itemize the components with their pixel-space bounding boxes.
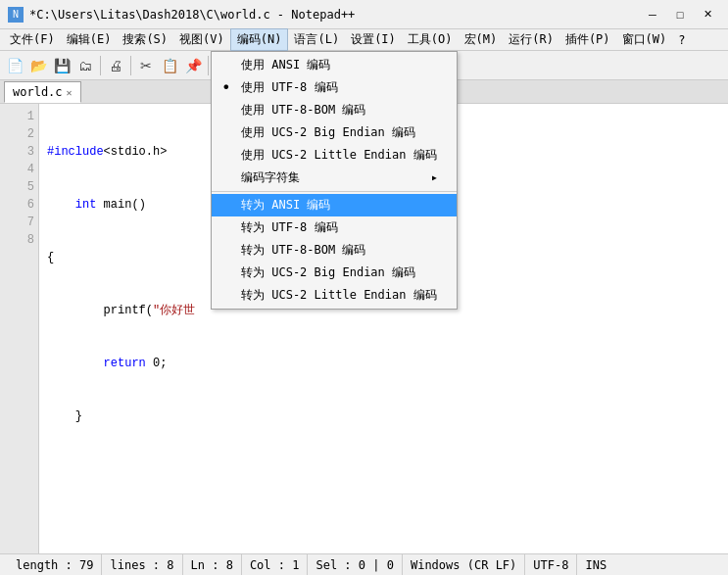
menu-search[interactable]: 搜索(S)	[117, 29, 173, 50]
code-line-6: }	[47, 407, 720, 425]
tab-label: world.c	[13, 85, 63, 99]
paste-button[interactable]: 📌	[182, 55, 204, 76]
dropdown-separator	[212, 191, 457, 192]
line-numbers: 1 2 3 4 5 6 7 8	[0, 104, 39, 553]
line-num-8: 8	[4, 231, 34, 249]
line-num-1: 1	[4, 108, 34, 125]
status-format: UTF-8	[525, 554, 577, 575]
line-num-7: 7	[4, 214, 34, 231]
window-title: *C:\Users\Litas\Dash2018\C\world.c - Not…	[29, 8, 640, 22]
menu-file[interactable]: 文件(F)	[4, 29, 61, 50]
cut-button[interactable]: ✂	[135, 55, 157, 76]
convert-ansi-item[interactable]: 转为 ANSI 编码	[212, 194, 457, 216]
toolbar-sep-3	[208, 56, 209, 75]
app-icon: N	[8, 7, 24, 23]
print-button[interactable]: 🖨	[105, 55, 126, 76]
status-ln: Ln : 8	[183, 554, 242, 575]
dropdown-menu: 使用 ANSI 编码 使用 UTF-8 编码 使用 UTF-8-BOM 编码 使…	[211, 51, 458, 310]
use-ucs2-little-item[interactable]: 使用 UCS-2 Little Endian 编码	[212, 144, 457, 167]
charset-item[interactable]: 编码字符集	[212, 167, 457, 189]
convert-ucs2-big-item[interactable]: 转为 UCS-2 Big Endian 编码	[212, 262, 457, 284]
toolbar-sep-1	[100, 56, 101, 75]
save-all-button[interactable]: 🗂	[74, 55, 96, 76]
title-bar: N *C:\Users\Litas\Dash2018\C\world.c - N…	[0, 0, 728, 29]
use-ucs2-big-item[interactable]: 使用 UCS-2 Big Endian 编码	[212, 121, 457, 144]
line-num-4: 4	[4, 161, 34, 178]
status-col: Col : 1	[242, 554, 309, 575]
menu-settings[interactable]: 设置(I)	[345, 29, 402, 50]
menu-encoding[interactable]: 编码(N)	[230, 28, 289, 51]
convert-ucs2-little-item[interactable]: 转为 UCS-2 Little Endian 编码	[212, 284, 457, 307]
use-utf8-bom-item[interactable]: 使用 UTF-8-BOM 编码	[212, 99, 457, 121]
editor-tab[interactable]: world.c ✕	[4, 81, 81, 103]
convert-utf8-bom-item[interactable]: 转为 UTF-8-BOM 编码	[212, 239, 457, 262]
open-button[interactable]: 📂	[27, 55, 49, 76]
minimize-button[interactable]: ─	[640, 5, 665, 24]
line-num-6: 6	[4, 196, 34, 214]
code-line-5: return 0;	[47, 355, 720, 372]
copy-button[interactable]: 📋	[159, 55, 180, 76]
tab-close-icon[interactable]: ✕	[67, 87, 73, 98]
menu-language[interactable]: 语言(L)	[288, 29, 345, 50]
menu-edit[interactable]: 编辑(E)	[61, 29, 118, 50]
menu-window[interactable]: 窗口(W)	[616, 29, 673, 50]
encoding-dropdown: 使用 ANSI 编码 使用 UTF-8 编码 使用 UTF-8-BOM 编码 使…	[211, 51, 458, 310]
line-num-3: 3	[4, 143, 34, 161]
line-num-5: 5	[4, 178, 34, 196]
line-num-2: 2	[4, 125, 34, 143]
close-button[interactable]: ✕	[695, 5, 720, 24]
status-sel: Sel : 0 | 0	[308, 554, 402, 575]
use-utf8-item[interactable]: 使用 UTF-8 编码	[212, 76, 457, 99]
menu-tools[interactable]: 工具(O)	[402, 29, 459, 50]
convert-utf8-item[interactable]: 转为 UTF-8 编码	[212, 216, 457, 239]
save-button[interactable]: 💾	[51, 55, 73, 76]
maximize-button[interactable]: □	[667, 5, 693, 24]
menu-view[interactable]: 视图(V)	[173, 29, 230, 50]
menu-macro[interactable]: 宏(M)	[459, 29, 504, 50]
window-controls: ─ □ ✕	[640, 5, 720, 24]
new-button[interactable]: 📄	[4, 55, 25, 76]
menu-run[interactable]: 运行(R)	[503, 29, 559, 50]
status-encoding: Windows (CR LF)	[403, 554, 525, 575]
use-ansi-item[interactable]: 使用 ANSI 编码	[212, 54, 457, 76]
menu-bar: 文件(F) 编辑(E) 搜索(S) 视图(V) 编码(N) 语言(L) 设置(I…	[0, 29, 728, 51]
status-bar: length : 79 lines : 8 Ln : 8 Col : 1 Sel…	[0, 553, 728, 575]
toolbar-sep-2	[130, 56, 131, 75]
menu-help[interactable]: ?	[672, 31, 691, 49]
menu-plugins[interactable]: 插件(P)	[559, 29, 616, 50]
status-lines: lines : 8	[102, 554, 182, 575]
status-length: length : 79	[8, 554, 102, 575]
status-mode: INS	[577, 554, 614, 575]
